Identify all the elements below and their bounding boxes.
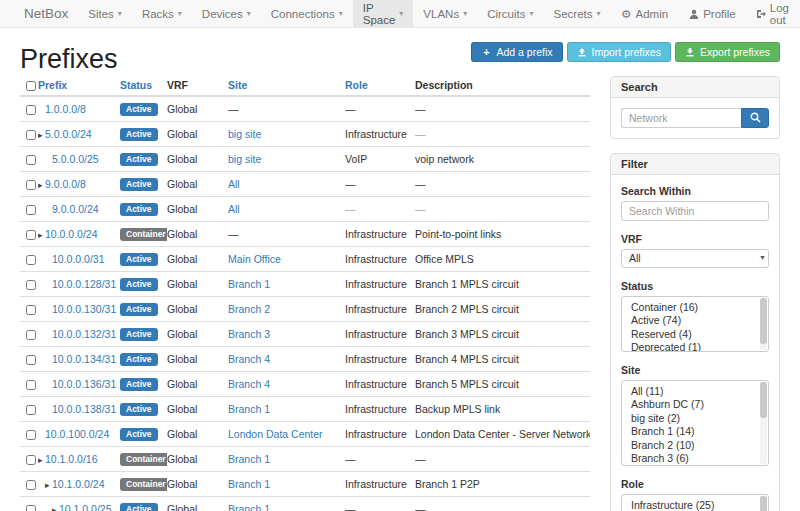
- role-listbox[interactable]: Infrastructure (25)Management (8)Private…: [621, 494, 769, 511]
- nav-item-connections[interactable]: Connections▾: [261, 0, 353, 27]
- row-checkbox[interactable]: [26, 305, 36, 315]
- row-checkbox[interactable]: [26, 205, 36, 215]
- prefix-link[interactable]: 5.0.0.0/24: [45, 128, 92, 140]
- row-checkbox[interactable]: [26, 405, 36, 415]
- nav-item-devices[interactable]: Devices▾: [192, 0, 261, 27]
- site-link[interactable]: Main Office: [228, 253, 281, 265]
- prefix-link[interactable]: 10.0.0.0/24: [45, 228, 98, 240]
- site-link[interactable]: Branch 3: [228, 328, 270, 340]
- row-checkbox[interactable]: [26, 155, 36, 165]
- prefix-link[interactable]: 10.0.0.138/31: [52, 403, 116, 415]
- row-checkbox[interactable]: [26, 505, 36, 511]
- row-checkbox[interactable]: [26, 105, 36, 115]
- row-checkbox[interactable]: [26, 130, 36, 140]
- nav-item-sites[interactable]: Sites▾: [78, 0, 132, 27]
- column-header-prefix[interactable]: Prefix: [38, 76, 120, 96]
- nav-item-racks[interactable]: Racks▾: [132, 0, 192, 27]
- status-option[interactable]: Deprecated (1): [622, 341, 758, 353]
- site-option[interactable]: All (11): [622, 384, 758, 398]
- site-link[interactable]: All: [228, 203, 240, 215]
- row-checkbox[interactable]: [26, 480, 36, 490]
- nav-item-circuits[interactable]: Circuits▾: [477, 0, 543, 27]
- brand-netbox[interactable]: NetBox: [14, 0, 78, 27]
- site-link[interactable]: Branch 1: [228, 403, 270, 415]
- site-link[interactable]: Branch 1: [228, 478, 270, 490]
- site-link[interactable]: Branch 1: [228, 453, 270, 465]
- prefix-link[interactable]: 10.0.0.134/31: [52, 353, 116, 365]
- scrollbar-thumb[interactable]: [760, 496, 767, 511]
- import-prefixes-button[interactable]: Import prefixes: [567, 42, 671, 62]
- nav-item-vlans[interactable]: VLANs▾: [413, 0, 477, 27]
- column-header-status[interactable]: Status: [120, 76, 167, 96]
- site-link[interactable]: Branch 1: [228, 278, 270, 290]
- site-link[interactable]: All: [228, 178, 240, 190]
- nav-item-admin[interactable]: ⚙Admin: [611, 0, 679, 27]
- prefix-link[interactable]: 10.1.0.0/24: [52, 478, 105, 490]
- caret-right-icon[interactable]: ▸: [38, 180, 45, 190]
- site-link[interactable]: big site: [228, 128, 261, 140]
- export-prefixes-button[interactable]: Export prefixes: [675, 42, 780, 62]
- prefix-link[interactable]: 10.0.0.130/31: [52, 303, 116, 315]
- scrollbar-thumb[interactable]: [760, 382, 767, 418]
- row-checkbox[interactable]: [26, 180, 36, 190]
- search-button[interactable]: [741, 108, 769, 128]
- prefix-link[interactable]: 10.1.0.0/25: [59, 503, 112, 511]
- status-listbox[interactable]: Container (16)Active (74)Reserved (4)Dep…: [621, 296, 769, 352]
- role-option[interactable]: Infrastructure (25): [622, 498, 758, 511]
- status-option[interactable]: Container (16): [622, 300, 758, 314]
- caret-right-icon[interactable]: ▸: [38, 455, 45, 465]
- nav-item-secrets[interactable]: Secrets▾: [544, 0, 611, 27]
- prefix-link[interactable]: 5.0.0.0/25: [52, 153, 99, 165]
- nav-item-log-out[interactable]: Log out: [746, 0, 800, 27]
- prefix-link[interactable]: 10.0.0.0/31: [52, 253, 105, 265]
- search-within-input[interactable]: [621, 201, 769, 221]
- site-listbox[interactable]: All (11)Ashburn DC (7)big site (2)Branch…: [621, 380, 769, 466]
- row-checkbox[interactable]: [26, 355, 36, 365]
- prefix-link[interactable]: 1.0.0.0/8: [45, 103, 86, 115]
- site-link[interactable]: London Data Center: [228, 428, 323, 440]
- prefix-link[interactable]: 10.0.0.128/31: [52, 278, 116, 290]
- prefix-link[interactable]: 9.0.0.0/8: [45, 178, 86, 190]
- prefix-link[interactable]: 9.0.0.0/24: [52, 203, 99, 215]
- row-checkbox[interactable]: [26, 230, 36, 240]
- row-checkbox[interactable]: [26, 330, 36, 340]
- prefix-link[interactable]: 10.1.0.0/16: [45, 453, 98, 465]
- site-link[interactable]: Branch 2: [228, 303, 270, 315]
- nav-item-ip-space[interactable]: IP Space▾: [353, 0, 414, 27]
- select-all-checkbox[interactable]: [26, 81, 36, 91]
- site-link[interactable]: Branch 1: [228, 503, 270, 511]
- site-option[interactable]: Branch 1 (14): [622, 425, 758, 439]
- row-checkbox[interactable]: [26, 255, 36, 265]
- caret-right-icon[interactable]: ▸: [38, 230, 45, 240]
- caret-right-icon[interactable]: ▸: [52, 505, 59, 511]
- status-option[interactable]: Active (74): [622, 314, 758, 328]
- scrollbar-thumb[interactable]: [760, 298, 767, 344]
- column-header-role[interactable]: Role: [345, 76, 415, 96]
- prefix-link[interactable]: 10.0.100.0/24: [45, 428, 109, 440]
- table-row: 9.0.0.0/24ActiveGlobalAll——: [20, 197, 590, 222]
- site-option[interactable]: Ashburn DC (7): [622, 398, 758, 412]
- row-checkbox[interactable]: [26, 430, 36, 440]
- site-option[interactable]: Branch 2 (10): [622, 438, 758, 452]
- search-input[interactable]: [621, 108, 741, 128]
- gear-icon: ⚙: [621, 8, 632, 19]
- nav-item-profile[interactable]: Profile: [678, 0, 746, 27]
- site-link[interactable]: big site: [228, 153, 261, 165]
- site-option[interactable]: Branch 3 (6): [622, 452, 758, 466]
- column-header-site[interactable]: Site: [228, 76, 345, 96]
- status-option[interactable]: Reserved (4): [622, 327, 758, 341]
- caret-right-icon[interactable]: ▸: [38, 130, 45, 140]
- prefix-link[interactable]: 10.0.0.132/31: [52, 328, 116, 340]
- site-link[interactable]: Branch 4: [228, 353, 270, 365]
- prefix-link[interactable]: 10.0.0.136/31: [52, 378, 116, 390]
- vrf-select[interactable]: All ▼: [621, 249, 769, 268]
- site-option[interactable]: Branch 4 (12): [622, 465, 758, 466]
- row-checkbox[interactable]: [26, 280, 36, 290]
- row-select-cell: [20, 222, 38, 247]
- site-option[interactable]: big site (2): [622, 411, 758, 425]
- site-link[interactable]: Branch 4: [228, 378, 270, 390]
- row-checkbox[interactable]: [26, 455, 36, 465]
- row-checkbox[interactable]: [26, 380, 36, 390]
- caret-right-icon[interactable]: ▸: [45, 480, 52, 490]
- add-a-prefix-button[interactable]: +Add a prefix: [471, 42, 562, 62]
